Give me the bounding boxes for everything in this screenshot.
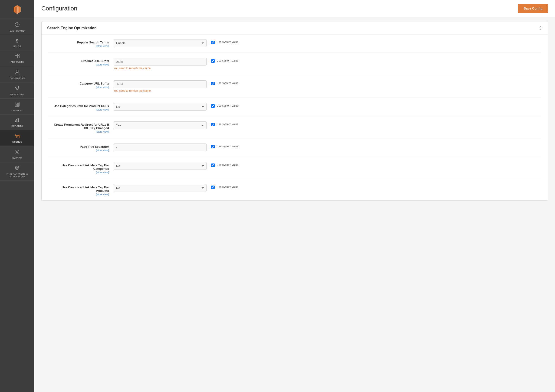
label-col-category-url-suffix: Category URL Suffix[store view] <box>49 80 114 88</box>
checkbox-col-create-permanent-redirect: Use system value <box>206 122 253 126</box>
svg-rect-6 <box>15 56 17 58</box>
content-area: Search Engine Optimization ⇧ Popular Sea… <box>34 17 555 392</box>
stores-label: STORES <box>12 140 22 143</box>
control-col-use-categories-path: NoYes <box>114 103 206 110</box>
save-config-button[interactable]: Save Config <box>518 4 548 13</box>
select-canonical-link-categories[interactable]: NoYes <box>114 162 206 170</box>
seo-section: Search Engine Optimization ⇧ Popular Sea… <box>41 22 548 201</box>
use-system-value-label-category-url-suffix: Use system value <box>217 81 239 85</box>
field-label-category-url-suffix: Category URL Suffix <box>49 82 109 85</box>
sidebar-item-products[interactable]: PRODUCTS <box>0 51 34 66</box>
form-row-use-categories-path: Use Categories Path for Product URLs[sto… <box>49 103 541 116</box>
select-popular-search-terms[interactable]: EnableDisable <box>114 39 206 47</box>
marketing-label: MARKETING <box>10 93 24 96</box>
use-system-value-checkbox-create-permanent-redirect[interactable] <box>211 123 215 126</box>
sales-label: SALES <box>13 45 21 47</box>
select-canonical-link-products[interactable]: NoYes <box>114 184 206 192</box>
form-row-canonical-link-categories: Use Canonical Link Meta Tag For Categori… <box>49 162 541 179</box>
extensions-icon <box>15 165 20 171</box>
use-system-value-label-product-url-suffix: Use system value <box>217 59 239 62</box>
field-scope-use-categories-path: [store view] <box>49 108 109 111</box>
use-system-value-checkbox-category-url-suffix[interactable] <box>211 82 215 85</box>
section-toggle-icon[interactable]: ⇧ <box>539 26 542 31</box>
field-scope-category-url-suffix: [store view] <box>49 86 109 88</box>
select-use-categories-path[interactable]: NoYes <box>114 103 206 110</box>
input-category-url-suffix[interactable] <box>114 80 206 88</box>
svg-point-23 <box>16 167 17 168</box>
form-row-page-title-separator: Page Title Separator[store view]Use syst… <box>49 144 541 157</box>
field-label-page-title-separator: Page Title Separator <box>49 145 109 148</box>
svg-rect-9 <box>17 54 19 55</box>
field-scope-page-title-separator: [store view] <box>49 149 109 152</box>
extensions-label: FIND PARTNERS & EXTENSIONS <box>2 173 33 178</box>
content-icon <box>15 102 20 108</box>
label-col-canonical-link-categories: Use Canonical Link Meta Tag For Categori… <box>49 162 114 174</box>
select-create-permanent-redirect[interactable]: YesNo <box>114 122 206 129</box>
field-note-product-url-suffix: You need to refresh the cache. <box>114 67 206 70</box>
svg-rect-15 <box>17 104 19 106</box>
page-header: Configuration Save Config <box>34 0 555 17</box>
magento-logo <box>12 4 22 15</box>
form-row-product-url-suffix: Product URL Suffix[store view]You need t… <box>49 58 541 75</box>
svg-point-10 <box>16 70 18 72</box>
use-system-value-checkbox-page-title-separator[interactable] <box>211 145 215 148</box>
input-product-url-suffix[interactable] <box>114 58 206 65</box>
sidebar-item-dashboard[interactable]: DASHBOARD <box>0 19 34 35</box>
control-col-product-url-suffix: You need to refresh the cache. <box>114 58 206 70</box>
field-scope-canonical-link-categories: [store view] <box>49 171 109 174</box>
use-system-value-checkbox-use-categories-path[interactable] <box>211 104 215 108</box>
svg-rect-17 <box>16 119 17 122</box>
use-system-value-label-canonical-link-products: Use system value <box>217 185 239 189</box>
content-label: CONTENT <box>11 109 23 111</box>
use-system-value-checkbox-product-url-suffix[interactable] <box>211 59 215 63</box>
main-content: Configuration Save Config Search Engine … <box>34 0 555 392</box>
sidebar-item-customers[interactable]: CUSTOMERS <box>0 66 34 82</box>
section-body: Popular Search Terms[store view]EnableDi… <box>42 35 548 200</box>
sidebar: DASHBOARD $ SALES PRODUCTS CUSTOMERS <box>0 0 34 392</box>
sidebar-item-system[interactable]: SYSTEM <box>0 146 34 162</box>
field-label-create-permanent-redirect: Create Permanent Redirect for URLs if UR… <box>49 123 109 130</box>
field-scope-create-permanent-redirect: [store view] <box>49 130 109 133</box>
control-col-create-permanent-redirect: YesNo <box>114 122 206 129</box>
checkbox-col-canonical-link-categories: Use system value <box>206 162 253 167</box>
svg-rect-20 <box>16 136 18 138</box>
sidebar-item-reports[interactable]: REPORTS <box>0 115 34 130</box>
system-icon <box>15 149 20 156</box>
use-system-value-label-popular-search-terms: Use system value <box>217 40 239 44</box>
field-scope-product-url-suffix: [store view] <box>49 63 109 66</box>
label-col-page-title-separator: Page Title Separator[store view] <box>49 144 114 152</box>
sidebar-item-extensions[interactable]: FIND PARTNERS & EXTENSIONS <box>0 162 34 181</box>
field-label-product-url-suffix: Product URL Suffix <box>49 59 109 63</box>
dashboard-label: DASHBOARD <box>10 29 25 32</box>
sidebar-item-sales[interactable]: $ SALES <box>0 35 34 51</box>
use-system-value-checkbox-popular-search-terms[interactable] <box>211 41 215 44</box>
label-col-use-categories-path: Use Categories Path for Product URLs[sto… <box>49 103 114 111</box>
section-title: Search Engine Optimization <box>47 26 96 30</box>
use-system-value-checkbox-canonical-link-categories[interactable] <box>211 163 215 167</box>
control-col-popular-search-terms: EnableDisable <box>114 39 206 47</box>
control-col-canonical-link-products: NoYes <box>114 184 206 192</box>
use-system-value-label-canonical-link-categories: Use system value <box>217 163 239 167</box>
field-label-popular-search-terms: Popular Search Terms <box>49 41 109 44</box>
sidebar-item-content[interactable]: CONTENT <box>0 99 34 115</box>
checkbox-col-use-categories-path: Use system value <box>206 103 253 108</box>
svg-point-21 <box>16 151 18 153</box>
field-label-canonical-link-products: Use Canonical Link Meta Tag For Products <box>49 186 109 193</box>
svg-rect-16 <box>15 121 16 122</box>
svg-rect-13 <box>16 104 17 106</box>
sidebar-item-stores[interactable]: STORES <box>0 130 34 146</box>
input-page-title-separator[interactable] <box>114 144 206 151</box>
section-header[interactable]: Search Engine Optimization ⇧ <box>42 22 548 35</box>
checkbox-col-category-url-suffix: Use system value <box>206 80 253 85</box>
sales-icon: $ <box>16 38 19 44</box>
field-label-canonical-link-categories: Use Canonical Link Meta Tag For Categori… <box>49 163 109 170</box>
label-col-canonical-link-products: Use Canonical Link Meta Tag For Products… <box>49 184 114 196</box>
field-label-use-categories-path: Use Categories Path for Product URLs <box>49 104 109 108</box>
field-scope-popular-search-terms: [store view] <box>49 44 109 47</box>
page-title: Configuration <box>41 5 77 12</box>
reports-icon <box>15 118 20 123</box>
label-col-product-url-suffix: Product URL Suffix[store view] <box>49 58 114 66</box>
svg-point-5 <box>17 24 18 25</box>
sidebar-item-marketing[interactable]: MARKETING <box>0 82 34 99</box>
use-system-value-checkbox-canonical-link-products[interactable] <box>211 186 215 189</box>
